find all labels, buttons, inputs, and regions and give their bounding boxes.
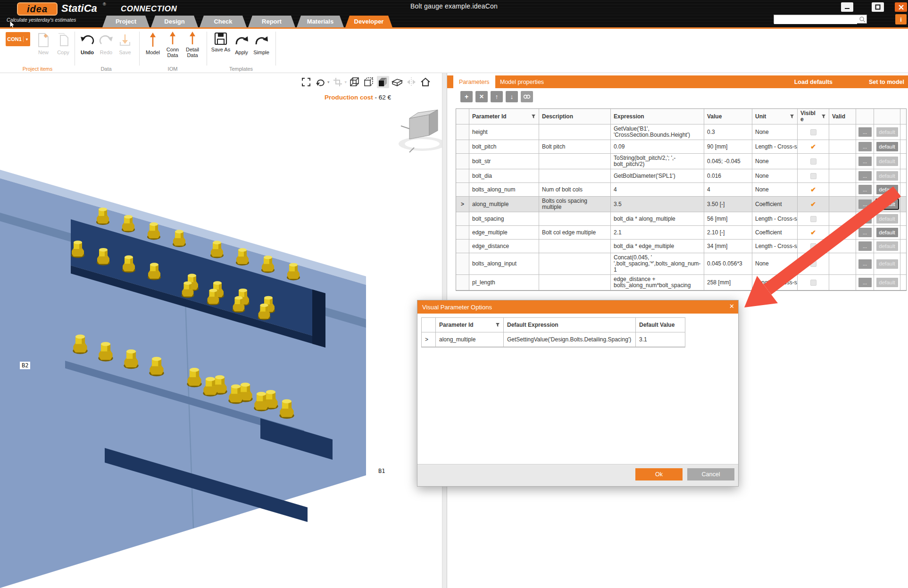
more-options-button[interactable]: ... (858, 278, 872, 287)
parameter-id-cell[interactable]: bolts_along_input (469, 253, 539, 275)
value-cell[interactable]: 0.045; -0.045 (704, 154, 752, 169)
chevron-down-icon[interactable]: ▾ (327, 80, 330, 84)
navigation-cube[interactable] (399, 110, 446, 152)
description-cell[interactable]: Bolt pitch (539, 140, 611, 154)
unit-cell[interactable]: None (752, 154, 798, 169)
dialog-header-default-expression[interactable]: Default Expression (504, 318, 636, 332)
connection-selector[interactable]: CON1 ▾ (6, 32, 30, 46)
checkbox-unchecked-icon[interactable] (810, 261, 816, 267)
checkbox-unchecked-icon[interactable] (810, 158, 816, 165)
dialog-header-parameter-id[interactable]: Parameter Id (436, 318, 504, 332)
expression-cell[interactable]: GetBoltDiameter('SPL1') (611, 169, 704, 183)
description-cell[interactable] (539, 124, 611, 140)
info-button[interactable]: i (895, 14, 907, 25)
default-button[interactable]: default (876, 278, 898, 287)
unit-cell[interactable]: Length - Cross-s (752, 275, 798, 290)
description-cell[interactable] (539, 240, 611, 253)
visible-cell[interactable]: ✔ (798, 140, 829, 154)
visible-cell[interactable] (798, 124, 829, 140)
parameter-row-bolts_along_input[interactable]: bolts_along_inputConcat(0.045, ' ',bolt_… (456, 253, 906, 275)
parameter-row-edge_multiple[interactable]: edge_multipleBolt col edge multiple2.12.… (456, 226, 906, 240)
filter-icon[interactable] (528, 114, 536, 119)
copy-button[interactable]: Copy (53, 31, 74, 55)
default-button[interactable]: default (876, 259, 898, 269)
checkbox-unchecked-icon[interactable] (810, 243, 816, 249)
header-description[interactable]: Description (539, 109, 611, 124)
checkbox-checked-icon[interactable]: ✔ (810, 144, 816, 150)
add-parameter-button[interactable]: + (460, 91, 473, 102)
filter-icon[interactable] (818, 114, 826, 119)
redo-button[interactable]: Redo (96, 31, 117, 55)
checkbox-unchecked-icon[interactable] (810, 216, 816, 222)
checkbox-unchecked-icon[interactable] (810, 129, 816, 135)
dialog-parameter-id-cell[interactable]: along_multiple (436, 332, 504, 347)
mirror-view-button[interactable] (405, 76, 417, 88)
parameter-row-bolt_spacing[interactable]: bolt_spacingbolt_dia * along_multiple56 … (456, 212, 906, 226)
parameter-row-bolts_along_num[interactable]: bolts_along_numNum of bolt cols44None✔..… (456, 183, 906, 197)
visible-cell[interactable] (798, 154, 829, 169)
conn-data-button[interactable]: Conn Data (162, 31, 183, 58)
tab-parameters[interactable]: Parameters (453, 75, 495, 88)
cancel-button[interactable]: Cancel (687, 468, 734, 480)
value-cell[interactable]: 4 (704, 183, 752, 197)
ok-button[interactable]: Ok (635, 468, 683, 480)
filter-icon[interactable] (492, 323, 500, 327)
checkbox-checked-icon[interactable]: ✔ (810, 187, 816, 193)
expression-cell[interactable]: edge_distance + bolts_along_num*bolt_spa… (611, 275, 704, 290)
dialog-default-value-cell[interactable]: 3.1 (636, 332, 685, 347)
apply-template-button[interactable]: Apply (231, 31, 252, 55)
description-cell[interactable] (539, 169, 611, 183)
default-button[interactable]: default (876, 171, 898, 181)
visible-cell[interactable]: ✔ (798, 183, 829, 197)
delete-parameter-button[interactable]: ✕ (475, 91, 488, 102)
tab-model-properties[interactable]: Model properties (494, 75, 550, 88)
parameter-row-bolt_pitch[interactable]: bolt_pitchBolt pitch0.0990 [mm]Length - … (456, 140, 906, 154)
parameter-row-bolt_str[interactable]: bolt_strToString(bolt_pitch/2,'; ',-bolt… (456, 154, 906, 169)
wireframe-view-button[interactable] (349, 76, 361, 88)
parameter-id-cell[interactable]: along_multiple (469, 197, 539, 212)
checkbox-unchecked-icon[interactable] (810, 280, 816, 286)
header-parameter-id[interactable]: Parameter Id (469, 109, 539, 124)
header-visible[interactable]: Visible (798, 109, 829, 124)
parameter-id-cell[interactable]: pl_length (469, 275, 539, 290)
visible-cell[interactable] (798, 275, 829, 290)
more-options-button[interactable]: ... (858, 185, 872, 194)
dialog-row-along_multiple[interactable]: >along_multipleGetSettingValue('Design.B… (422, 332, 685, 347)
ribbon-tab-check[interactable]: Check (200, 16, 247, 27)
header-valid[interactable]: Valid (829, 109, 856, 124)
transparent-view-button[interactable] (391, 76, 403, 88)
value-cell[interactable]: 0.016 (704, 169, 752, 183)
detail-data-button[interactable]: Detail Data (182, 31, 203, 58)
unit-cell[interactable]: None (752, 169, 798, 183)
expression-cell[interactable]: 2.1 (611, 226, 704, 240)
default-button[interactable]: default (876, 228, 898, 237)
search-input[interactable] (774, 16, 857, 24)
checkbox-checked-icon[interactable]: ✔ (810, 201, 816, 207)
parameter-row-pl_length[interactable]: pl_lengthedge_distance + bolts_along_num… (456, 275, 906, 290)
parameter-row-edge_distance[interactable]: edge_distancebolt_dia * edge_multiple34 … (456, 240, 906, 253)
description-cell[interactable]: Bolts cols spacing multiple (539, 197, 611, 212)
more-options-button[interactable]: ... (858, 199, 872, 209)
description-cell[interactable]: Bolt col edge multiple (539, 226, 611, 240)
checkbox-unchecked-icon[interactable] (810, 173, 816, 179)
ribbon-tab-project[interactable]: Project (102, 16, 150, 27)
default-button[interactable]: default (876, 185, 898, 194)
parameter-id-cell[interactable]: height (469, 124, 539, 140)
unit-cell[interactable]: None (752, 183, 798, 197)
header-unit[interactable]: Unit (752, 109, 798, 124)
unit-cell[interactable]: Length - Cross-s (752, 212, 798, 226)
hidden-line-view-button[interactable] (363, 76, 375, 88)
value-cell[interactable]: 34 [mm] (704, 240, 752, 253)
expression-cell[interactable]: Concat(0.045, ' ',bolt_spacing,'*',bolts… (611, 253, 704, 275)
unit-cell[interactable]: Length - Cross-s (752, 140, 798, 154)
dialog-default-expression-cell[interactable]: GetSettingValue('Design.Bolts.Detailing.… (504, 332, 636, 347)
expression-cell[interactable]: GetValue('B1', 'CrossSection.Bounds.Heig… (611, 124, 704, 140)
dialog-close-icon[interactable]: ✕ (729, 303, 734, 310)
default-button[interactable]: default (876, 127, 898, 137)
parameter-row-along_multiple[interactable]: >along_multipleBolts cols spacing multip… (456, 197, 906, 212)
home-view-button[interactable] (419, 76, 432, 88)
expression-cell[interactable]: ToString(bolt_pitch/2,'; ',-bolt_pitch/2… (611, 154, 704, 169)
value-cell[interactable]: 3.50 [-] (704, 197, 752, 212)
description-cell[interactable] (539, 275, 611, 290)
more-options-button[interactable]: ... (858, 214, 872, 224)
